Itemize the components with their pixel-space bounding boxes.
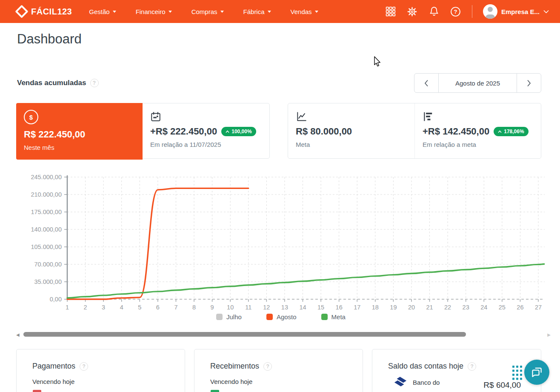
svg-text:70.000,00: 70.000,00 (34, 261, 62, 268)
kpi-value: +R$ 222.450,00 (150, 126, 217, 137)
help-icon[interactable]: ? (450, 6, 461, 17)
receipts-due-value-clipped (211, 390, 219, 392)
svg-text:245.000,00: 245.000,00 (31, 174, 62, 180)
nav-item-fabrica[interactable]: Fábrica (243, 8, 271, 15)
legend-item-meta[interactable]: Meta (321, 313, 346, 320)
badge-value: 100,00% (231, 129, 251, 134)
apps-grid-icon[interactable] (385, 6, 396, 17)
kpi-label: Em relação a meta (423, 141, 533, 148)
drag-handle-dots-icon[interactable] (512, 366, 522, 382)
nav-item-label: Compras (191, 8, 217, 15)
nav-item-label: Gestão (89, 8, 109, 15)
legend-item-julho[interactable]: Julho (216, 313, 242, 320)
svg-text:175.000,00: 175.000,00 (31, 209, 62, 215)
legend-swatch-agosto (266, 314, 273, 320)
divider (472, 5, 472, 18)
svg-text:18: 18 (372, 304, 379, 311)
svg-text:105.000,00: 105.000,00 (31, 243, 62, 250)
legend-item-agosto[interactable]: Agosto (266, 313, 297, 320)
account-balances-card: Saldo das contas hoje ? Banco do R$ 604,… (372, 349, 541, 392)
help-tooltip-icon[interactable]: ? (90, 79, 99, 87)
scroll-left-arrow[interactable]: ◀ (16, 332, 20, 337)
nav-item-vendas[interactable]: Vendas (291, 8, 318, 15)
kpi-label: Meta (296, 141, 407, 148)
goal-bars-icon (423, 110, 533, 122)
receipts-card-title: Recebimentos ? (210, 362, 272, 371)
navbar: FÁCIL123 Gestão Financeiro Compras Fábri… (0, 0, 560, 23)
chevron-up-icon (226, 130, 229, 133)
kpi-value: R$ 222.450,00 (24, 129, 135, 140)
horizontal-scrollbar: ◀ ▶ (16, 332, 551, 338)
dollar-icon: $ (24, 110, 38, 124)
help-tooltip-icon[interactable]: ? (468, 362, 476, 371)
brand-name: FÁCIL123 (31, 7, 72, 17)
scrollbar-thumb[interactable] (23, 332, 466, 337)
account-name: Empresa E... (501, 8, 540, 15)
help-tooltip-icon[interactable]: ? (80, 362, 88, 371)
nav-item-compras[interactable]: Compras (191, 8, 224, 15)
svg-text:5: 5 (138, 304, 141, 311)
svg-text:23: 23 (463, 304, 469, 311)
chevron-down-icon (543, 10, 549, 14)
bell-icon[interactable] (429, 6, 440, 17)
brand-logo[interactable]: FÁCIL123 (17, 7, 72, 17)
chat-bubbles-icon (531, 366, 543, 379)
svg-text:10: 10 (227, 304, 234, 311)
payments-card: Pagamentos ? Vencendo hoje (16, 349, 185, 392)
chevron-up-icon (498, 130, 502, 133)
legend-swatch-julho (216, 314, 223, 320)
receipts-card: Recebimentos ? Vencendo hoje (194, 349, 363, 392)
payments-due-label: Vencendo hoje (32, 378, 74, 385)
payments-card-title: Pagamentos ? (32, 362, 88, 371)
kpi-current-month: $ R$ 222.450,00 Neste mês (16, 103, 143, 160)
nav-item-financeiro[interactable]: Financeiro (136, 8, 172, 15)
gear-icon[interactable] (407, 6, 418, 17)
legend-label: Agosto (277, 313, 297, 320)
kpi-value: R$ 80.000,00 (296, 126, 407, 137)
chevron-down-icon (315, 11, 318, 13)
svg-text:17: 17 (354, 304, 360, 311)
kpi-value: +R$ 142.450,00 (423, 126, 489, 137)
bank-balance-value: R$ 604,00 (483, 381, 521, 390)
month-navigator: Agosto de 2025 (414, 73, 541, 93)
svg-text:35.000,00: 35.000,00 (34, 278, 62, 285)
sales-section-header: Vendas acumuladas ? Agosto de 2025 (17, 73, 541, 93)
kpi-label: Neste mês (24, 144, 135, 151)
svg-text:8: 8 (192, 304, 196, 311)
svg-text:3: 3 (102, 304, 105, 311)
growth-badge: 178,06% (494, 127, 528, 136)
svg-text:6: 6 (156, 304, 160, 311)
sales-section-title: Vendas acumuladas ? (17, 79, 99, 87)
sales-section-title-text: Vendas acumuladas (17, 79, 86, 87)
previous-month-button[interactable] (414, 74, 438, 92)
payments-due-value-clipped (33, 390, 41, 392)
chevron-down-icon (113, 11, 116, 13)
kpi-value-row: +R$ 142.450,00 178,06% (423, 126, 533, 137)
bank-name: Banco do (413, 379, 440, 386)
chevron-down-icon (220, 11, 224, 13)
svg-text:9: 9 (211, 304, 214, 311)
scroll-right-arrow[interactable]: ▶ (547, 332, 551, 337)
svg-text:27: 27 (535, 304, 542, 311)
svg-text:20: 20 (408, 304, 415, 311)
kpi-card-group-goal: R$ 80.000,00 Meta +R$ 142.450,00 178,06%… (288, 103, 541, 159)
svg-text:22: 22 (444, 304, 451, 311)
kpi-value-row: +R$ 222.450,00 100,00% (150, 126, 261, 137)
svg-text:0,00: 0,00 (50, 296, 62, 303)
main-menu: Gestão Financeiro Compras Fábrica Vendas (89, 8, 318, 15)
sales-accumulated-chart: 0,0035.000,0070.000,00105.000,00140.000,… (17, 173, 545, 314)
next-month-button[interactable] (517, 74, 541, 92)
svg-text:13: 13 (281, 304, 288, 311)
svg-text:15: 15 (317, 304, 324, 311)
chat-support-button[interactable] (524, 360, 549, 385)
card-title-text: Saldo das contas hoje (388, 362, 463, 371)
svg-text:24: 24 (480, 304, 487, 311)
svg-text:25: 25 (499, 304, 506, 311)
nav-item-label: Financeiro (136, 8, 166, 15)
nav-item-gestao[interactable]: Gestão (89, 8, 116, 15)
legend-label: Julho (226, 313, 242, 320)
help-tooltip-icon[interactable]: ? (263, 362, 272, 371)
svg-text:?: ? (454, 8, 457, 14)
current-month-label[interactable]: Agosto de 2025 (438, 74, 517, 92)
account-menu[interactable]: Empresa E... (483, 4, 549, 19)
